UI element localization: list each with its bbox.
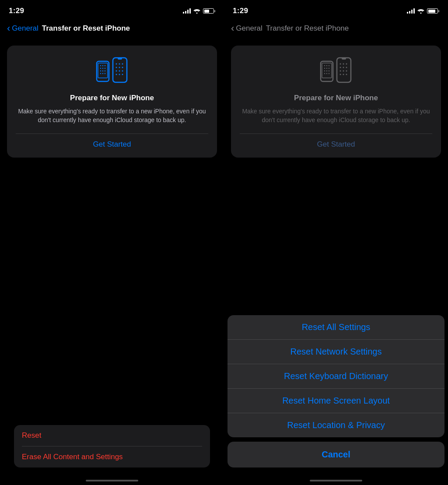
left-home-indicator <box>86 480 138 481</box>
svg-rect-14 <box>113 58 127 82</box>
svg-point-52 <box>346 70 347 72</box>
right-modal-overlay: Reset All Settings Reset Network Setting… <box>224 315 448 485</box>
svg-point-7 <box>105 68 105 69</box>
reset-location-privacy-label: Reset Location & Privacy <box>287 420 385 430</box>
left-erase-label: Erase All Content and Settings <box>22 453 123 461</box>
right-back-chevron-icon: ‹ <box>231 24 234 33</box>
svg-point-55 <box>346 74 347 75</box>
svg-rect-42 <box>337 58 351 82</box>
svg-point-32 <box>329 65 329 66</box>
left-content-area: Prepare for New iPhone Make sure everyth… <box>0 40 224 485</box>
right-nav-bar: ‹ General Transfer or Reset iPhone <box>224 19 448 40</box>
reset-action-sheet: Reset All Settings Reset Network Setting… <box>228 315 444 437</box>
reset-home-screen-layout-button[interactable]: Reset Home Screen Layout <box>228 389 444 413</box>
right-time: 1:29 <box>233 7 248 15</box>
right-transfer-icon <box>318 56 354 87</box>
svg-point-53 <box>340 74 341 75</box>
svg-point-35 <box>329 68 329 69</box>
svg-point-38 <box>329 70 329 71</box>
reset-home-screen-layout-label: Reset Home Screen Layout <box>282 396 390 406</box>
svg-point-10 <box>105 70 105 71</box>
left-get-started-button[interactable]: Get Started <box>93 140 131 149</box>
left-card-desc: Make sure everything's ready to transfer… <box>16 107 208 125</box>
reset-network-settings-label: Reset Network Settings <box>290 347 382 357</box>
left-back-label: General <box>12 24 38 33</box>
left-signal-icon <box>183 8 191 14</box>
svg-rect-15 <box>118 58 122 60</box>
svg-point-36 <box>324 70 325 71</box>
right-back-button[interactable]: ‹ General <box>231 24 262 33</box>
left-phone-panel: 1:29 <box>0 0 224 485</box>
svg-rect-43 <box>342 58 346 60</box>
reset-location-privacy-button[interactable]: Reset Location & Privacy <box>228 413 444 437</box>
right-signal-icon <box>407 8 415 14</box>
svg-point-41 <box>329 73 329 74</box>
svg-point-34 <box>326 68 327 69</box>
right-status-icons <box>407 8 439 14</box>
reset-network-settings-button[interactable]: Reset Network Settings <box>228 340 444 364</box>
svg-point-5 <box>100 68 101 69</box>
left-nav-bar: ‹ General Transfer or Reset iPhone <box>0 19 224 40</box>
left-reset-button[interactable]: Reset <box>14 425 210 446</box>
svg-point-3 <box>102 65 103 66</box>
svg-point-39 <box>324 73 325 74</box>
reset-keyboard-dictionary-label: Reset Keyboard Dictionary <box>284 371 388 381</box>
svg-point-24 <box>122 70 123 72</box>
svg-point-21 <box>122 67 123 68</box>
svg-point-51 <box>343 70 344 72</box>
svg-point-54 <box>343 74 344 75</box>
left-erase-button[interactable]: Erase All Content and Settings <box>14 446 210 467</box>
cancel-button[interactable]: Cancel <box>228 442 444 467</box>
svg-point-20 <box>119 67 120 68</box>
svg-point-16 <box>116 63 117 65</box>
svg-point-12 <box>102 73 103 74</box>
left-transfer-icon <box>94 56 130 87</box>
right-prepare-card: Prepare for New iPhone Make sure everyth… <box>231 46 441 158</box>
left-card-divider <box>16 134 208 134</box>
svg-point-2 <box>100 65 101 66</box>
left-back-chevron-icon: ‹ <box>7 24 10 33</box>
left-status-bar: 1:29 <box>0 0 224 19</box>
svg-point-47 <box>340 67 341 68</box>
right-phone-panel: 1:29 <box>224 0 448 485</box>
svg-point-30 <box>324 65 325 66</box>
left-status-icons <box>183 8 215 14</box>
right-card-divider <box>240 134 432 134</box>
svg-point-44 <box>340 63 341 65</box>
left-reset-label: Reset <box>22 431 41 439</box>
reset-keyboard-dictionary-button[interactable]: Reset Keyboard Dictionary <box>228 364 444 388</box>
right-home-indicator <box>310 480 362 481</box>
right-card-title: Prepare for New iPhone <box>294 94 378 102</box>
right-get-started-button[interactable]: Get Started <box>317 140 355 149</box>
svg-point-46 <box>346 63 347 65</box>
right-page-title: Transfer or Reset iPhone <box>266 24 349 33</box>
svg-point-18 <box>122 63 123 65</box>
svg-point-6 <box>102 68 103 69</box>
svg-point-25 <box>116 74 117 75</box>
svg-point-37 <box>326 70 327 71</box>
svg-point-40 <box>326 73 327 74</box>
svg-point-45 <box>343 63 344 65</box>
svg-point-50 <box>340 70 341 72</box>
svg-point-27 <box>122 74 123 75</box>
svg-point-31 <box>326 65 327 66</box>
left-time: 1:29 <box>9 7 24 15</box>
svg-point-8 <box>100 70 101 71</box>
svg-point-19 <box>116 67 117 68</box>
left-battery-icon <box>203 8 215 14</box>
right-battery-icon <box>427 8 439 14</box>
svg-point-11 <box>100 73 101 74</box>
cancel-label: Cancel <box>322 450 350 460</box>
reset-all-settings-label: Reset All Settings <box>302 322 371 332</box>
svg-point-26 <box>119 74 120 75</box>
right-wifi-icon <box>417 8 424 14</box>
left-back-button[interactable]: ‹ General <box>7 24 38 33</box>
left-reset-section: Reset Erase All Content and Settings <box>7 425 217 467</box>
right-status-bar: 1:29 <box>224 0 448 19</box>
svg-point-13 <box>105 73 105 74</box>
svg-point-22 <box>116 70 117 72</box>
svg-point-9 <box>102 70 103 71</box>
svg-point-33 <box>324 68 325 69</box>
svg-point-23 <box>119 70 120 72</box>
reset-all-settings-button[interactable]: Reset All Settings <box>228 315 444 339</box>
